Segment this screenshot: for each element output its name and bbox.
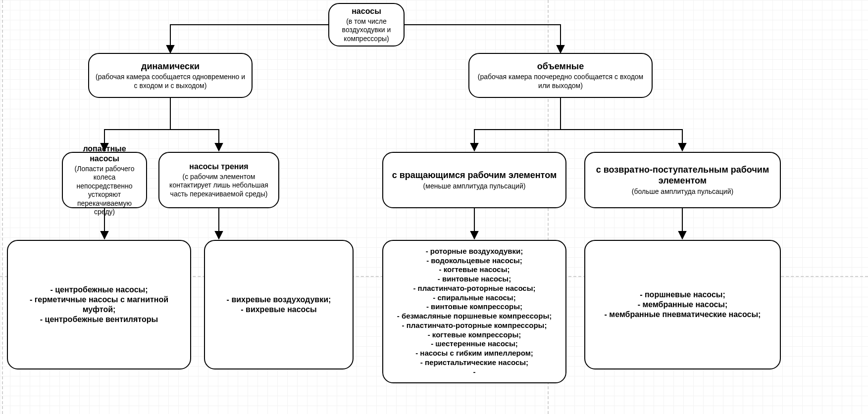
node-sub: (с рабочим элементом контактирует лишь н… bbox=[164, 173, 273, 199]
node-sub: (в том числе воздуходувки и компрессоры) bbox=[334, 17, 399, 44]
node-vane[interactable]: лопастные насосы (Лопасти рабочего колес… bbox=[62, 152, 147, 208]
page-guide bbox=[2, 0, 3, 414]
examples-list: - центробежные насосы; - герметичные нас… bbox=[13, 285, 185, 324]
examples-list: - вихревые воздуходувки; - вихревые насо… bbox=[227, 295, 331, 315]
node-rotary[interactable]: с вращающимся рабочим элементом (меньше … bbox=[382, 152, 566, 208]
node-rotary-examples[interactable]: - роторные воздуходувки; - водокольцевые… bbox=[382, 240, 566, 383]
node-sub: (Лопасти рабочего колеса непосредственно… bbox=[68, 165, 141, 217]
node-root[interactable]: насосы (в том числе воздуходувки и компр… bbox=[328, 3, 405, 46]
node-vane-examples[interactable]: - центробежные насосы; - герметичные нас… bbox=[7, 240, 191, 369]
node-sub: (меньше амплитуда пульсаций) bbox=[423, 182, 526, 191]
node-recip-examples[interactable]: - поршневые насосы; - мембранные насосы;… bbox=[584, 240, 781, 369]
node-friction[interactable]: насосы трения (с рабочим элементом конта… bbox=[158, 152, 279, 208]
node-title: лопастные насосы bbox=[68, 144, 141, 164]
node-volumetric[interactable]: объемные (рабочая камера поочередно сооб… bbox=[468, 53, 653, 98]
node-title: динамически bbox=[141, 61, 200, 72]
node-recip[interactable]: с возвратно-поступательным рабочим элеме… bbox=[584, 152, 781, 208]
examples-list: - поршневые насосы; - мембранные насосы;… bbox=[605, 290, 761, 320]
node-title: объемные bbox=[537, 61, 584, 72]
node-dynamic[interactable]: динамически (рабочая камера сообщается о… bbox=[88, 53, 253, 98]
node-title: с вращающимся рабочим элементом bbox=[392, 170, 557, 181]
node-sub: (рабочая камера сообщается одновременно … bbox=[94, 73, 247, 90]
node-sub: (рабочая камера поочередно сообщается с … bbox=[474, 73, 647, 90]
node-title: с возвратно-поступательным рабочим элеме… bbox=[590, 164, 775, 186]
node-friction-examples[interactable]: - вихревые воздуходувки; - вихревые насо… bbox=[204, 240, 354, 369]
node-title: насосы bbox=[352, 6, 381, 16]
node-title: насосы трения bbox=[189, 162, 248, 172]
examples-list: - роторные воздуходувки; - водокольцевые… bbox=[397, 247, 552, 377]
node-sub: (больше амплитуда пульсаций) bbox=[632, 187, 733, 196]
